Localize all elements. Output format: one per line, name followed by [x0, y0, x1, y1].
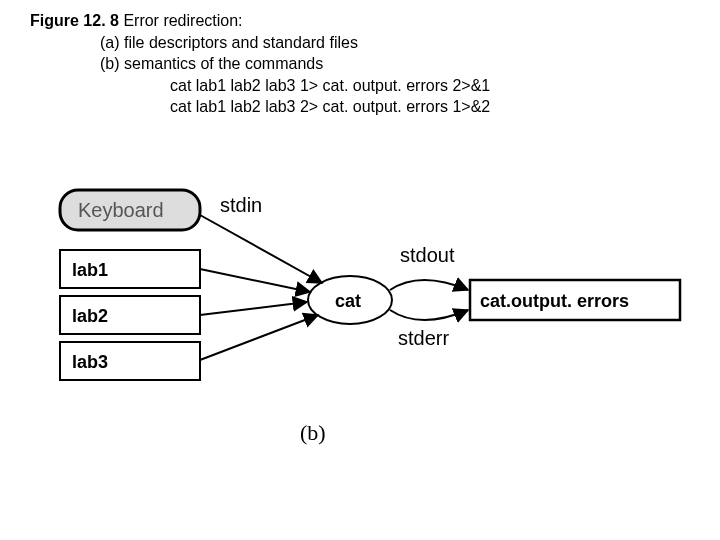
subfigure-label: (b) — [300, 420, 326, 445]
stdout-label: stdout — [400, 244, 455, 266]
arrow-stderr-to-file — [390, 310, 468, 320]
diagram-svg: Keyboard lab1 lab2 lab3 cat cat.output. … — [0, 0, 720, 540]
lab2-label: lab2 — [72, 306, 108, 326]
lab3-label: lab3 — [72, 352, 108, 372]
cat-label: cat — [335, 291, 361, 311]
stderr-label: stderr — [398, 327, 449, 349]
keyboard-label: Keyboard — [78, 199, 164, 221]
output-file-label: cat.output. errors — [480, 291, 629, 311]
stdin-label: stdin — [220, 194, 262, 216]
arrow-lab1-to-cat — [200, 269, 310, 292]
arrow-lab3-to-cat — [200, 315, 318, 360]
arrow-stdout-to-file — [390, 280, 468, 290]
lab1-label: lab1 — [72, 260, 108, 280]
arrow-lab2-to-cat — [200, 302, 307, 315]
